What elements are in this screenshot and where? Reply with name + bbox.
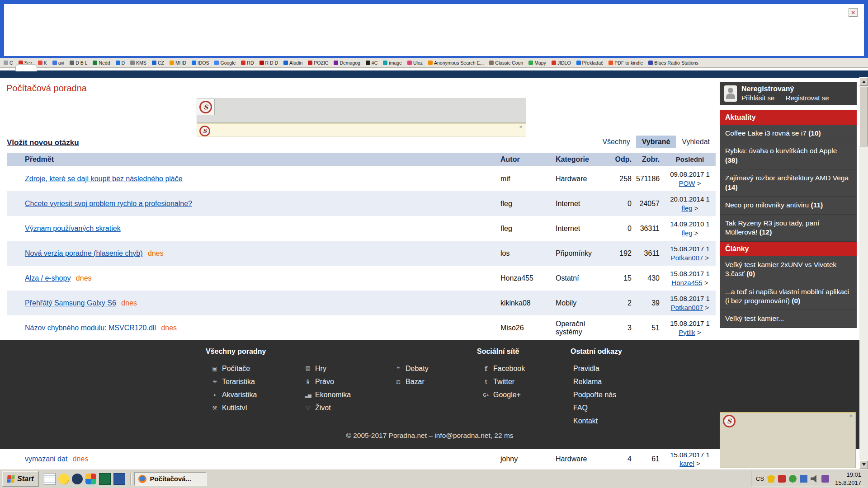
news-item[interactable]: Coffee Lake i3 rovná se i7 (10) — [720, 125, 857, 142]
topic-link[interactable]: Zdroje, které se dají koupit bez následn… — [25, 175, 183, 183]
ad-banner-top[interactable]: S — [197, 99, 526, 123]
bookmark-item[interactable]: Nedd — [93, 60, 110, 66]
last-user-link[interactable]: Potkan007 — [671, 254, 703, 262]
topic-link[interactable]: Nová verzia poradne (hlasenie chyb) — [25, 249, 143, 257]
news-item[interactable]: Tak Ryzeny R3 jsou tady, paní Müllerová!… — [720, 215, 857, 242]
tray-app-icon[interactable] — [821, 475, 829, 483]
bookmark-item[interactable]: CZ — [152, 60, 164, 66]
author-link[interactable]: Miso26 — [500, 324, 524, 332]
bookmark-item[interactable]: POZIC — [308, 60, 328, 66]
tab-all[interactable]: Všechny — [596, 136, 636, 148]
footer-link-reklama[interactable]: Reklama — [573, 375, 616, 388]
article-item[interactable]: Veľký test kamier... — [720, 310, 857, 328]
new-question-link[interactable]: Vložit novou otázku — [7, 138, 79, 147]
footer-link-bazar[interactable]: Bazar — [394, 375, 429, 388]
last-user-link[interactable]: karel — [679, 460, 694, 467]
last-user-link[interactable]: Pytlík — [679, 328, 695, 336]
bookmark-item[interactable]: MHD — [170, 60, 186, 66]
ad-banner-strip[interactable]: S — [197, 123, 526, 136]
goto-arrow[interactable]: > — [694, 229, 698, 237]
topic-link[interactable]: Alza / e-shopy — [25, 274, 71, 282]
article-item[interactable]: Veľký test kamier 2xUNV vs Vivotek 3.čas… — [720, 256, 857, 283]
language-indicator[interactable]: CS — [756, 475, 764, 482]
goto-arrow[interactable]: > — [697, 179, 701, 187]
close-icon[interactable] — [518, 124, 524, 130]
quicklaunch-notepad-icon[interactable] — [44, 473, 56, 485]
close-icon[interactable] — [848, 413, 854, 419]
register-link[interactable]: Registrovat se — [786, 94, 829, 102]
footer-link-zivot[interactable]: Život — [304, 401, 351, 414]
quicklaunch-writer-icon[interactable] — [113, 473, 125, 485]
tray-alert-icon[interactable] — [778, 475, 786, 483]
last-user-link[interactable]: fleg — [681, 204, 692, 212]
goto-arrow[interactable]: > — [705, 304, 709, 311]
bookmark-item[interactable]: JIDLO — [552, 60, 571, 66]
tab-search[interactable]: Vyhledat — [676, 136, 716, 148]
bookmark-item[interactable]: PDF to kindle — [609, 60, 643, 66]
tray-volume-icon[interactable] — [811, 475, 818, 483]
bookmark-item[interactable]: D — [116, 60, 125, 66]
footer-link-teraristika[interactable]: Teraristika — [211, 375, 257, 388]
goto-arrow[interactable]: > — [705, 254, 709, 262]
last-user-link[interactable]: POW — [679, 179, 695, 187]
footer-link-kontakt[interactable]: Kontakt — [573, 414, 616, 427]
bookmark-item[interactable]: IDOS — [192, 60, 209, 66]
bookmark-item[interactable]: Anonymous Search E... — [428, 60, 484, 66]
scrollbar-thumb[interactable] — [859, 87, 868, 146]
author-link[interactable]: fleg — [500, 225, 512, 232]
topic-link[interactable]: vymazani dat — [25, 455, 67, 463]
footer-link-faq[interactable]: FAQ — [573, 401, 616, 414]
footer-link-pocitace[interactable]: Počítače — [211, 362, 257, 375]
goto-arrow[interactable]: > — [697, 328, 701, 336]
bookmark-item[interactable]: Uloz — [407, 60, 423, 66]
quicklaunch-game-icon[interactable] — [58, 474, 69, 484]
author-link[interactable]: kikinka08 — [500, 299, 531, 307]
footer-link-debaty[interactable]: Debaty — [394, 362, 429, 375]
bookmark-item[interactable]: K — [38, 60, 47, 66]
tab-selected[interactable]: Vybrané — [636, 136, 676, 148]
bookmark-item[interactable]: Mapy — [528, 60, 546, 66]
topic-link[interactable]: Názov chybného modulu: MSVCR120.dll — [25, 324, 156, 332]
footer-link-ekonomika[interactable]: Ekonomika — [304, 388, 351, 401]
footer-link-kutilstvi[interactable]: Kutilství — [211, 401, 257, 414]
bookmark-item[interactable]: #C — [366, 60, 377, 66]
scroll-down-icon[interactable] — [859, 460, 868, 469]
footer-link-podporte[interactable]: Podpořte nás — [573, 388, 616, 401]
footer-link-pravidla[interactable]: Pravidla — [573, 362, 616, 375]
bookmark-item[interactable]: RD — [241, 60, 254, 66]
footer-link-hry[interactable]: Hry — [304, 362, 351, 375]
bookmark-item[interactable]: avi — [52, 60, 64, 66]
last-user-link[interactable]: fleg — [681, 229, 692, 237]
goto-arrow[interactable]: > — [694, 204, 698, 212]
start-button[interactable]: Start — [2, 471, 39, 487]
ad-box[interactable]: S — [720, 412, 856, 468]
bookmark-item[interactable]: R D D — [259, 60, 278, 66]
author-link[interactable]: Honza455 — [500, 274, 533, 282]
bookmark-item[interactable]: D B L — [70, 60, 87, 66]
login-link[interactable]: Přihlásit se — [741, 94, 774, 102]
news-item[interactable]: Neco pro milovniky antiviru (11) — [720, 197, 857, 214]
quicklaunch-thunderbird-icon[interactable] — [72, 474, 83, 484]
scroll-up-icon[interactable] — [859, 77, 868, 86]
author-link[interactable]: fleg — [500, 200, 512, 207]
tray-network-icon[interactable] — [800, 475, 807, 483]
bookmark-item[interactable]: Blues Radio Stations — [648, 60, 698, 66]
last-user-link[interactable]: Honza455 — [671, 279, 702, 286]
bookmark-item[interactable]: image — [383, 60, 402, 66]
topic-link[interactable]: Význam používaných skratiek — [25, 225, 121, 232]
footer-link-akvaristika[interactable]: Akvaristika — [211, 388, 257, 401]
task-button-browser[interactable]: Počítačová... — [134, 472, 207, 486]
taskbar-clock[interactable]: 19:01 15.8.2017 — [835, 471, 861, 487]
bookmark-item[interactable]: Classic Coun — [489, 60, 523, 66]
tray-updates-icon[interactable] — [789, 475, 797, 483]
footer-link-pravo[interactable]: Právo — [304, 375, 351, 388]
footer-link-facebook[interactable]: Facebook — [482, 362, 525, 375]
topic-link[interactable]: Chcete vyriesit svoj problem rychlo a pr… — [25, 200, 192, 207]
bookmark-item[interactable]: Překladač — [576, 60, 604, 66]
article-item[interactable]: ...a teď si napíšu vlastní mobilní aplik… — [720, 283, 857, 310]
quicklaunch-graphics-icon[interactable] — [85, 474, 96, 484]
bookmark-item[interactable]: Aladin — [283, 60, 302, 66]
footer-link-twitter[interactable]: Twitter — [482, 375, 525, 388]
bookmark-item[interactable]: KMS — [130, 60, 146, 66]
close-icon[interactable] — [849, 8, 858, 17]
